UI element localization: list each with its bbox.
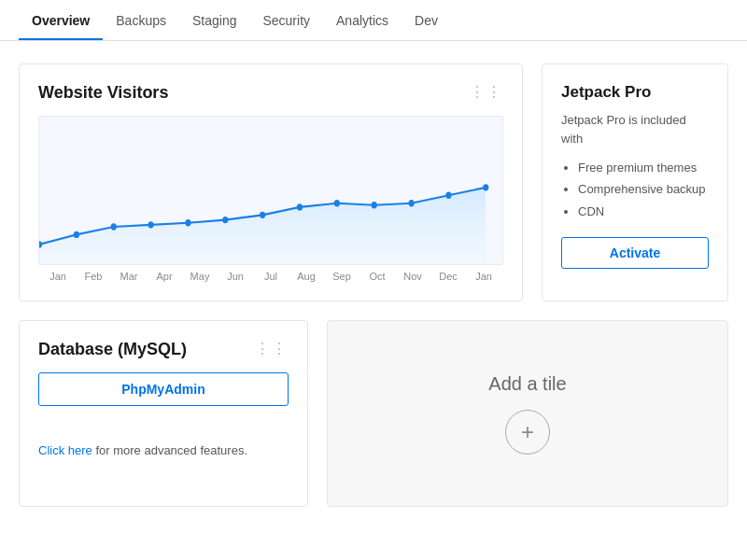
- month-label-11: Dec: [430, 271, 466, 282]
- month-label-10: Nov: [395, 271, 430, 282]
- month-label-5: Jun: [218, 271, 253, 282]
- main-content: Website Visitors ⋮⋮: [0, 41, 747, 529]
- database-footer-text: for more advanced features.: [95, 443, 247, 457]
- database-card-title: Database (MySQL): [38, 340, 187, 359]
- add-tile-plus-button[interactable]: +: [505, 410, 550, 455]
- month-label-1: Feb: [76, 271, 111, 282]
- svg-point-6: [222, 217, 228, 223]
- tab-dev[interactable]: Dev: [402, 2, 451, 39]
- bottom-row: Database (MySQL) ⋮⋮ PhpMyAdmin Click her…: [19, 320, 728, 507]
- svg-point-4: [148, 221, 153, 228]
- chart-month-labels: Jan Feb Mar Apr May Jun Jul Aug Sep Oct …: [38, 271, 503, 282]
- svg-point-13: [483, 184, 488, 190]
- month-label-6: Jul: [253, 271, 289, 282]
- tab-analytics[interactable]: Analytics: [323, 2, 402, 39]
- jetpack-card-title: Jetpack Pro: [561, 83, 709, 102]
- tab-staging[interactable]: Staging: [179, 2, 249, 39]
- svg-point-12: [445, 192, 451, 199]
- visitors-card: Website Visitors ⋮⋮: [19, 63, 523, 301]
- nav-bar: Overview Backups Staging Security Analyt…: [0, 0, 747, 41]
- svg-point-7: [260, 212, 265, 218]
- activate-button[interactable]: Activate: [561, 237, 709, 269]
- database-menu-icon[interactable]: ⋮⋮: [255, 340, 289, 357]
- add-tile-card[interactable]: Add a tile +: [327, 320, 728, 507]
- svg-point-8: [297, 203, 303, 210]
- database-card-header: Database (MySQL) ⋮⋮: [38, 340, 289, 359]
- visitors-menu-icon[interactable]: ⋮⋮: [470, 83, 503, 101]
- jetpack-card: Jetpack Pro Jetpack Pro is included with…: [542, 63, 728, 301]
- click-here-link[interactable]: Click here: [38, 443, 92, 457]
- jetpack-feature-1: Comprehensive backup: [578, 178, 709, 200]
- month-label-4: May: [182, 271, 218, 282]
- svg-point-2: [74, 231, 79, 238]
- month-label-9: Oct: [359, 271, 395, 282]
- phpmyadmin-button[interactable]: PhpMyAdmin: [38, 372, 289, 406]
- visitors-chart: [38, 116, 503, 265]
- month-label-12: Jan: [466, 271, 501, 282]
- jetpack-feature-2: CDN: [578, 201, 709, 222]
- month-label-8: Sep: [324, 271, 359, 282]
- month-label-0: Jan: [40, 271, 76, 282]
- svg-marker-0: [39, 188, 486, 264]
- database-footer-link: Click here for more advanced features.: [38, 443, 289, 457]
- jetpack-features-list: Free premium themes Comprehensive backup…: [561, 157, 709, 222]
- month-label-7: Aug: [289, 271, 324, 282]
- top-row: Website Visitors ⋮⋮: [19, 63, 728, 301]
- database-card: Database (MySQL) ⋮⋮ PhpMyAdmin Click her…: [19, 320, 308, 507]
- svg-point-10: [372, 202, 377, 208]
- svg-point-3: [111, 223, 117, 230]
- svg-point-5: [185, 219, 190, 226]
- tab-overview[interactable]: Overview: [19, 2, 103, 39]
- visitors-card-header: Website Visitors ⋮⋮: [38, 83, 503, 103]
- svg-point-9: [334, 200, 340, 206]
- add-tile-label: Add a tile: [488, 373, 566, 395]
- plus-icon: +: [521, 419, 534, 445]
- month-label-2: Mar: [111, 271, 147, 282]
- svg-point-11: [408, 200, 414, 206]
- jetpack-description: Jetpack Pro is included with: [561, 111, 709, 147]
- tab-security[interactable]: Security: [249, 2, 323, 39]
- visitors-card-title: Website Visitors: [38, 83, 168, 103]
- jetpack-feature-0: Free premium themes: [578, 157, 709, 178]
- month-label-3: Apr: [147, 271, 182, 282]
- tab-backups[interactable]: Backups: [103, 2, 179, 39]
